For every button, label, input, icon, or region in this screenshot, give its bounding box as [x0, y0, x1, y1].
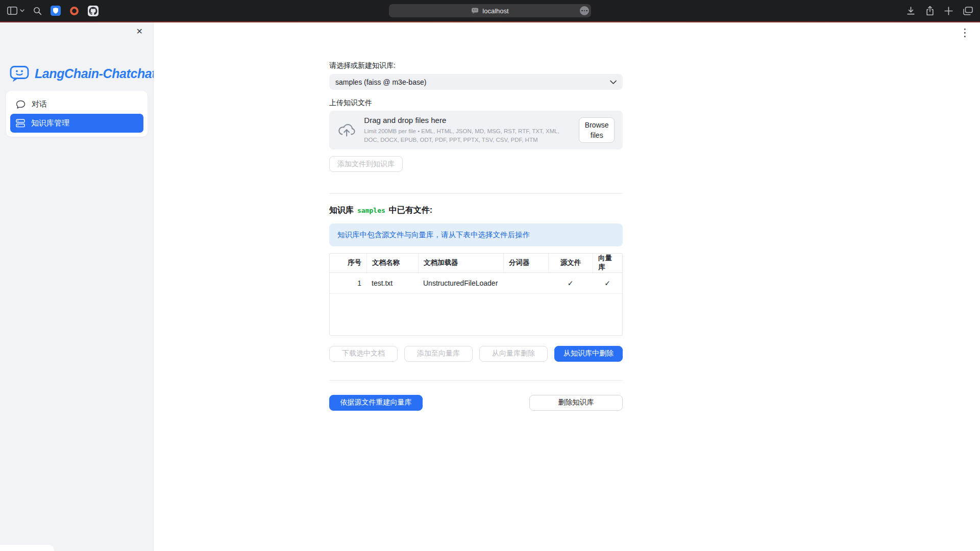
chevron-down-icon [610, 80, 617, 84]
main-block: 请选择或新建知识库: samples (faiss @ m3e-base) 上传… [329, 22, 623, 411]
extension-ring-icon [69, 6, 79, 16]
address-url: localhost [482, 7, 508, 15]
app-window: ✕ LangChain-Chatchat 对话 知识库管理 ⋮ [0, 22, 980, 551]
kb-select[interactable]: samples (faiss @ m3e-base) [329, 74, 623, 90]
remove-from-vector-button[interactable]: 从向量库删除 [479, 346, 548, 362]
share-button[interactable] [926, 6, 934, 16]
logo-chat-icon [9, 64, 31, 83]
delete-kb-button[interactable]: 删除知识库 [529, 395, 623, 411]
cell-loader: UnstructuredFileLoader [418, 273, 503, 293]
new-tab-button[interactable] [944, 7, 953, 15]
files-table[interactable]: 序号 文档名称 文档加载器 分词器 源文件 向量库 1 test.txt Uns… [329, 253, 623, 336]
col-header-name[interactable]: 文档名称 [366, 254, 418, 272]
search-button[interactable] [33, 7, 42, 15]
toolbar-right-group [906, 0, 973, 21]
browser-toolbar: localhost [0, 0, 980, 21]
site-favicon [471, 7, 479, 14]
file-dropzone[interactable]: Drag and drop files here Limit 200MB per… [329, 111, 623, 149]
browse-files-button[interactable]: Browse files [579, 117, 615, 143]
cell-source-check: ✓ [548, 273, 593, 293]
cell-name: test.txt [366, 273, 418, 293]
table-row[interactable]: 1 test.txt UnstructuredFileLoader ✓ ✓ [330, 273, 622, 294]
rebuild-vector-button[interactable]: 依据源文件重建向量库 [329, 395, 423, 411]
heading-prefix: 知识库 [329, 205, 354, 216]
upload-section-label: 上传知识文件 [329, 98, 623, 107]
info-banner: 知识库中包含源文件与向量库，请从下表中选择文件后操作 [329, 223, 623, 246]
chat-bubble-icon [16, 100, 26, 109]
sidebar-nav: 对话 知识库管理 [6, 91, 148, 137]
heading-suffix: 中已有文件: [389, 205, 432, 216]
kb-name-code: samples [357, 207, 385, 214]
plus-icon [944, 7, 953, 15]
col-header-vector[interactable]: 向量库 [593, 254, 622, 272]
cell-splitter [503, 273, 548, 293]
upload-cloud-icon [337, 123, 356, 137]
col-header-splitter[interactable]: 分词器 [503, 254, 548, 272]
search-icon [33, 7, 42, 15]
kb-select-label: 请选择或新建知识库: [329, 61, 623, 70]
chevron-down-icon [20, 9, 24, 12]
kb-stack-icon [16, 119, 25, 128]
sidebar-item-label: 知识库管理 [31, 118, 69, 128]
info-banner-text: 知识库中包含源文件与向量库，请从下表中选择文件后操作 [337, 231, 530, 239]
sidebar-panel-icon [7, 7, 17, 15]
sidebar: ✕ LangChain-Chatchat 对话 知识库管理 [0, 22, 154, 551]
extension-github-button[interactable] [88, 6, 99, 16]
app-logo: LangChain-Chatchat [9, 64, 156, 83]
footer-actions-row: 依据源文件重建向量库 删除知识库 [329, 395, 623, 411]
sidebar-bottom-overlay [0, 545, 54, 551]
col-header-index[interactable]: 序号 [330, 254, 366, 272]
download-selected-button[interactable]: 下载选中文档 [329, 346, 398, 362]
tabs-icon [963, 7, 973, 15]
dropzone-text: Drag and drop files here Limit 200MB per… [364, 116, 571, 145]
sidebar-item-label: 对话 [32, 99, 47, 109]
kb-select-value: samples (faiss @ m3e-base) [335, 78, 426, 86]
section-divider [329, 193, 623, 194]
extensions-menu-button[interactable] [580, 6, 589, 15]
share-icon [926, 6, 934, 16]
extension-blue-icon [51, 6, 61, 16]
section-divider [329, 380, 623, 381]
dropzone-limit: Limit 200MB per file • EML, HTML, JSON, … [364, 127, 571, 145]
extension-blue-button[interactable] [51, 6, 61, 16]
col-header-source[interactable]: 源文件 [548, 254, 593, 272]
tab-overview-button[interactable] [963, 7, 973, 15]
cell-vector-check: ✓ [593, 273, 622, 293]
kb-files-heading: 知识库 samples 中已有文件: [329, 205, 623, 216]
add-to-vector-button[interactable]: 添加至向量库 [404, 346, 473, 362]
delete-from-kb-button[interactable]: 从知识库中删除 [554, 346, 623, 362]
page-menu-button[interactable]: ⋮ [957, 27, 973, 38]
sidebar-close-button[interactable]: ✕ [133, 27, 146, 36]
ellipsis-icon [581, 10, 587, 12]
download-icon [906, 6, 916, 15]
extension-ring-button[interactable] [69, 6, 79, 16]
sidebar-item-kb-management[interactable]: 知识库管理 [10, 114, 143, 133]
github-icon [88, 6, 99, 16]
address-bar[interactable]: localhost [389, 4, 591, 17]
dropzone-title: Drag and drop files here [364, 116, 571, 124]
add-files-button[interactable]: 添加文件到知识库 [329, 156, 403, 172]
logo-text: LangChain-Chatchat [35, 66, 156, 81]
sidebar-item-dialogue[interactable]: 对话 [10, 95, 143, 114]
table-header-row: 序号 文档名称 文档加载器 分词器 源文件 向量库 [330, 254, 622, 273]
toolbar-left-group [7, 6, 99, 16]
downloads-button[interactable] [906, 6, 916, 15]
col-header-loader[interactable]: 文档加载器 [418, 254, 503, 272]
cell-index: 1 [330, 273, 366, 293]
table-actions-row: 下载选中文档 添加至向量库 从向量库删除 从知识库中删除 [329, 346, 623, 362]
sidebar-toggle-button[interactable] [7, 7, 24, 15]
main-content: ⋮ 请选择或新建知识库: samples (faiss @ m3e-base) … [154, 22, 980, 551]
